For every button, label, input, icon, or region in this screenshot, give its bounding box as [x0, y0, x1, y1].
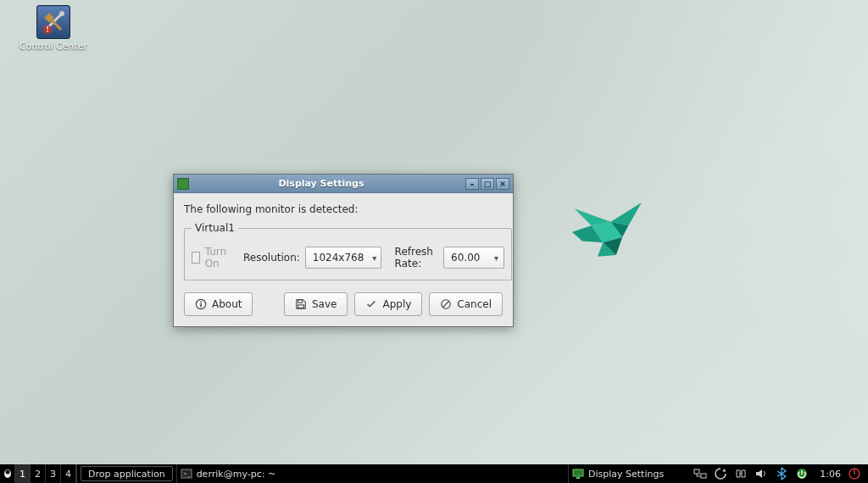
cancel-label: Cancel [457, 298, 492, 310]
svg-marker-9 [592, 222, 622, 243]
svg-text:!: ! [46, 26, 49, 34]
refresh-rate-combo[interactable]: 60.00 ▾ [443, 247, 504, 269]
app-menu-button[interactable] [0, 464, 15, 483]
display-settings-task-icon [572, 468, 584, 480]
drop-application-target[interactable]: Drop application [81, 466, 173, 481]
turn-on-checkbox[interactable] [192, 252, 200, 264]
volume-icon[interactable] [754, 467, 768, 480]
svg-line-20 [443, 302, 449, 308]
monitor-group: Virtual1 Turn On Resolution: 1024x768 ▾ … [184, 222, 512, 280]
resolution-label: Resolution: [243, 252, 300, 264]
desktop-icon-control-center[interactable]: ! Control Center [15, 5, 92, 52]
bluetooth-icon[interactable] [775, 467, 788, 480]
about-label: About [212, 298, 242, 310]
desktop: ! Control Center Display Settings – □ ✕ … [0, 0, 868, 483]
terminal-icon: >_ [181, 468, 192, 480]
svg-rect-25 [573, 469, 583, 476]
check-icon [365, 298, 377, 310]
clock[interactable]: 1:06 [815, 469, 841, 480]
workspace-3[interactable]: 3 [46, 464, 61, 483]
power-icon[interactable] [795, 467, 809, 480]
svg-marker-8 [610, 222, 628, 237]
svg-rect-18 [298, 305, 303, 308]
refresh-rate-label: Refresh Rate: [395, 246, 439, 269]
resolution-combo[interactable]: 1024x768 ▾ [305, 247, 381, 269]
cancel-button[interactable]: Cancel [429, 292, 503, 316]
workspace-pager: 1 2 3 4 [15, 464, 77, 483]
svg-point-15 [200, 302, 202, 303]
logout-icon[interactable] [848, 467, 861, 480]
system-tray: 1:06 [687, 464, 868, 483]
workspace-2[interactable]: 2 [31, 464, 46, 483]
titlebar[interactable]: Display Settings – □ ✕ [174, 175, 513, 193]
cancel-icon [440, 298, 452, 310]
about-button[interactable]: About [184, 292, 253, 316]
task-display-settings[interactable]: Display Settings [568, 464, 687, 483]
refresh-rate-value: 60.00 [451, 252, 480, 264]
task-display-settings-label: Display Settings [588, 469, 664, 480]
task-terminal[interactable]: >_ derrik@my-pc: ~ [176, 464, 295, 483]
minimize-button[interactable]: – [465, 178, 479, 190]
svg-rect-27 [694, 469, 699, 474]
ethernet-icon[interactable] [734, 467, 748, 480]
apply-label: Apply [382, 298, 411, 310]
save-icon [295, 298, 307, 310]
update-icon[interactable] [714, 467, 727, 480]
detect-text: The following monitor is detected: [184, 203, 503, 215]
penguin-icon [3, 469, 13, 479]
resolution-value: 1024x768 [313, 252, 364, 264]
svg-marker-10 [572, 225, 603, 242]
workspace-4[interactable]: 4 [61, 464, 76, 483]
svg-marker-11 [603, 237, 622, 255]
svg-marker-12 [598, 242, 616, 256]
workspace-1[interactable]: 1 [15, 464, 31, 483]
chevron-down-icon: ▾ [372, 253, 376, 263]
svg-rect-28 [701, 474, 706, 478]
task-terminal-label: derrik@my-pc: ~ [197, 469, 275, 480]
maximize-button[interactable]: □ [481, 178, 494, 190]
save-button[interactable]: Save [284, 292, 348, 316]
svg-rect-17 [298, 300, 302, 303]
wallpaper-bird [568, 195, 661, 280]
apply-button[interactable]: Apply [354, 292, 422, 316]
monitor-name: Virtual1 [192, 222, 238, 234]
window-title: Display Settings [177, 178, 465, 189]
svg-point-2 [59, 11, 64, 16]
svg-text:>_: >_ [183, 470, 191, 477]
svg-marker-13 [575, 208, 611, 225]
svg-rect-26 [576, 477, 580, 479]
display-settings-window: Display Settings – □ ✕ The following mon… [173, 174, 514, 327]
info-icon [195, 298, 207, 310]
svg-rect-16 [200, 303, 201, 307]
svg-point-22 [5, 470, 9, 475]
save-label: Save [312, 298, 337, 310]
window-body: The following monitor is detected: Virtu… [174, 193, 513, 326]
turn-on-label: Turn On [205, 246, 231, 269]
close-button[interactable]: ✕ [496, 178, 509, 190]
control-center-icon: ! [36, 5, 70, 39]
chevron-down-icon: ▾ [494, 253, 498, 263]
desktop-icon-label: Control Center [15, 41, 92, 52]
taskbar: 1 2 3 4 Drop application >_ derrik@my-pc… [0, 464, 868, 483]
network-manager-icon[interactable] [693, 467, 707, 480]
svg-marker-7 [610, 203, 641, 225]
